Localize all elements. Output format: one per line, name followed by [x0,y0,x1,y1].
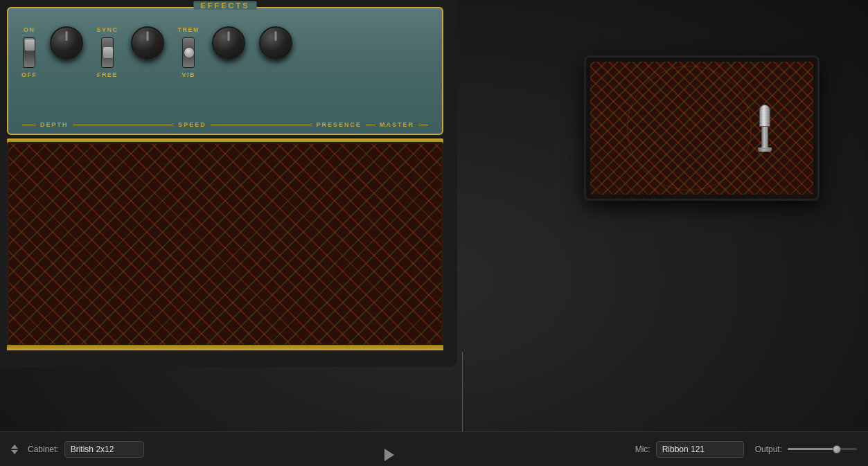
on-off-toggle[interactable] [23,37,35,68]
right-cabinet [584,55,820,201]
speaker-grille [7,142,443,346]
depth-knob[interactable] [50,26,83,60]
controls-row: ON OFF SYNC FREE [18,14,432,78]
vib-label: VIB [182,71,196,78]
grille-trim-bottom [7,345,443,350]
off-label: OFF [21,71,37,78]
grille-fabric [9,144,441,344]
sync-free-toggle[interactable] [101,37,114,68]
microphone-on-cabinet [758,105,772,152]
cabinet-select[interactable]: British 2x12 American 4x10 Vintage 1x12 … [64,441,144,458]
trem-vib-toggle[interactable] [182,37,195,68]
cabinet-reflection [584,184,820,201]
presence-bottom-label: PRESENCE [317,121,362,128]
cursor-line [462,352,463,431]
output-label: Output: [755,445,782,454]
effects-label: EFFECTS [193,1,256,10]
master-group [259,26,292,60]
amp-body: EFFECTS ON OFF SYNC FREE [0,0,457,367]
master-knob[interactable] [259,26,292,60]
mic-label: Mic: [635,445,650,454]
preset-navigation[interactable] [11,445,18,454]
master-bottom-label: MASTER [380,121,414,128]
mic-select-wrapper[interactable]: Ribbon 121 Condenser 87 Dynamic 57 Large… [656,441,744,458]
on-off-group: ON OFF [21,26,37,78]
bottom-toolbar: Cabinet: British 2x12 American 4x10 Vint… [0,431,868,466]
output-slider-thumb[interactable] [833,445,841,454]
on-label: ON [24,26,35,33]
speed-group [131,26,164,60]
effects-panel: EFFECTS ON OFF SYNC FREE [7,7,443,135]
cabinet-label: Cabinet: [28,445,59,454]
presence-knob[interactable] [212,26,245,60]
on-off-lever [25,39,35,51]
sync-free-group: SYNC FREE [97,26,118,78]
depth-bottom-label: DEPTH [40,121,69,128]
bottom-labels-bar: DEPTH SPEED PRESENCE MASTER [18,121,432,128]
output-slider-track[interactable] [788,448,857,450]
trem-vib-group: TREM VIB [178,26,200,78]
free-label: FREE [97,71,118,78]
speaker-circle [627,66,752,190]
cabinet-select-wrapper[interactable]: British 2x12 American 4x10 Vintage 1x12 … [64,441,144,458]
preset-up-arrow[interactable] [11,445,18,449]
preset-down-arrow[interactable] [11,450,18,454]
mic-select[interactable]: Ribbon 121 Condenser 87 Dynamic 57 Large… [656,441,744,458]
depth-group [50,26,83,60]
sync-free-lever [103,47,113,58]
speed-knob[interactable] [131,26,164,60]
mic-head [759,105,770,127]
presence-group [212,26,245,60]
sync-label: SYNC [97,26,118,33]
mic-body [761,127,768,147]
output-slider-fill [788,448,836,450]
mic-base [758,147,772,152]
play-button[interactable] [384,449,394,461]
speed-bottom-label: SPEED [178,121,206,128]
cabinet-inner [590,62,813,195]
trem-vib-lever [184,48,194,57]
trem-label: TREM [178,26,200,33]
